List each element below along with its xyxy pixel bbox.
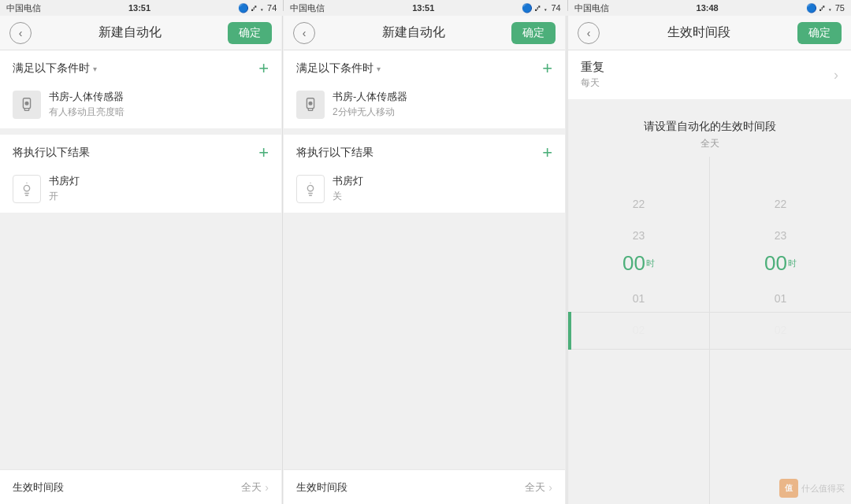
selected-hour-start: 00 <box>622 251 645 276</box>
svg-point-1 <box>25 102 28 105</box>
repeat-row[interactable]: 重复 每天 › <box>568 50 851 99</box>
add-result-2[interactable]: + <box>542 144 552 161</box>
status-middle: 中国电信 13:51 🔵 ⑇ ▾ 74 <box>284 0 567 16</box>
svg-point-3 <box>309 102 312 105</box>
time-info-title: 请设置自动化的生效时间段 <box>568 120 851 134</box>
result-label-2: 将执行以下结果 <box>296 146 373 160</box>
icons-right: 🔵 ⑇ ▾ 75 <box>806 3 845 13</box>
condition-row-2-0[interactable]: 书房-人体传感器 2分钟无人移动 <box>284 83 565 128</box>
watermark-text: 什么值得买 <box>801 483 845 495</box>
bottom-bar-2[interactable]: 生效时间段 全天 › <box>284 469 565 504</box>
add-result-1[interactable]: + <box>258 144 269 161</box>
time-item-00-start[interactable]: 00 时 <box>568 251 709 283</box>
selected-hour-end: 00 <box>764 251 787 276</box>
result-state-1-0: 开 <box>49 190 269 203</box>
bottom-right-1: 全天 › <box>241 480 269 495</box>
add-condition-2[interactable]: + <box>542 60 552 77</box>
watermark-icon: 值 <box>779 479 798 498</box>
confirm-button-1[interactable]: 确定 <box>228 22 272 44</box>
status-left: 中国电信 13:51 🔵 ⑇ ▾ 74 <box>0 0 283 16</box>
time-item-02-start[interactable]: 02 <box>568 314 709 346</box>
time-item-22-start[interactable]: 22 <box>568 188 709 220</box>
condition-label-2: 满足以下条件时 ▾ <box>296 61 381 76</box>
condition-info-1-0: 书房-人体传感器 有人移动且亮度暗 <box>49 90 269 119</box>
condition-section-1: 满足以下条件时 ▾ + 书房-人体传感器 <box>0 50 281 128</box>
repeat-title: 重复 <box>581 60 604 75</box>
device-state-1-0: 有人移动且亮度暗 <box>49 106 269 119</box>
nav-bar-2: ‹ 新建自动化 确定 <box>284 16 565 50</box>
bottom-chevron-2: › <box>548 481 552 494</box>
time-info: 请设置自动化的生效时间段 全天 <box>568 106 851 157</box>
unit-end: 时 <box>788 258 797 269</box>
time-item-23-end[interactable]: 23 <box>710 220 851 251</box>
result-name-2-0: 书房灯 <box>333 174 552 188</box>
condition-header-1: 满足以下条件时 ▾ + <box>0 50 281 83</box>
repeat-subtitle: 每天 <box>581 76 604 90</box>
result-name-1-0: 书房灯 <box>49 174 269 188</box>
back-button-3[interactable]: ‹ <box>578 22 600 44</box>
time-item-01-start[interactable]: 01 <box>568 283 709 314</box>
time-item-22-end[interactable]: 22 <box>710 188 851 220</box>
condition-info-2-0: 书房-人体传感器 2分钟无人移动 <box>333 90 552 119</box>
condition-label-1: 满足以下条件时 ▾ <box>13 61 97 76</box>
time-items-end: 22 23 00 时 01 02 <box>710 157 851 377</box>
time-item-01-end[interactable]: 01 <box>710 283 851 314</box>
result-header-1: 将执行以下结果 + <box>0 135 281 168</box>
condition-dropdown-2[interactable]: ▾ <box>377 65 381 73</box>
bottom-label-1: 生效时间段 <box>13 480 64 495</box>
watermark: 值 什么值得买 <box>779 479 845 498</box>
sensor-icon-1 <box>13 91 41 119</box>
add-condition-1[interactable]: + <box>258 60 269 77</box>
condition-dropdown-1[interactable]: ▾ <box>93 65 97 73</box>
icons-middle: 🔵 ⑇ ▾ 74 <box>522 3 560 13</box>
carrier-middle: 中国电信 <box>290 2 325 14</box>
unit-start: 时 <box>646 258 655 269</box>
time-picker: 22 23 00 时 01 02 2 <box>568 157 851 504</box>
time-col-start[interactable]: 22 23 00 时 01 02 <box>568 157 709 504</box>
panel-1-content: 满足以下条件时 ▾ + 书房-人体传感器 <box>0 50 281 469</box>
status-bar: 中国电信 13:51 🔵 ⑇ ▾ 74 中国电信 13:51 🔵 ⑇ ▾ 74 … <box>0 0 851 16</box>
time-middle: 13:51 <box>412 3 434 13</box>
panel-divider-1 <box>282 16 283 504</box>
result-info-2-0: 书房灯 关 <box>333 174 552 203</box>
bottom-right-2: 全天 › <box>525 480 552 495</box>
nav-title-1: 新建自动化 <box>98 24 162 41</box>
confirm-button-2[interactable]: 确定 <box>511 22 556 44</box>
bottom-label-2: 生效时间段 <box>296 480 347 495</box>
time-item-02-end[interactable]: 02 <box>710 314 851 346</box>
result-row-1-0[interactable]: 书房灯 开 <box>0 168 281 213</box>
light-icon-2 <box>296 175 325 203</box>
back-button-1[interactable]: ‹ <box>9 22 32 44</box>
icons-left: 🔵 ⑇ ▾ 74 <box>238 3 277 13</box>
carrier-left: 中国电信 <box>6 2 41 14</box>
result-header-2: 将执行以下结果 + <box>284 135 565 168</box>
result-section-1: 将执行以下结果 + 书房灯 开 <box>0 135 281 213</box>
repeat-left: 重复 每天 <box>581 60 604 90</box>
panel-3: ‹ 生效时间段 确定 重复 每天 › 请设置自动化的生效时间段 全天 <box>567 16 851 504</box>
confirm-button-3[interactable]: 确定 <box>797 22 842 44</box>
nav-bar-1: ‹ 新建自动化 确定 <box>0 16 281 50</box>
result-info-1-0: 书房灯 开 <box>49 174 269 203</box>
repeat-chevron-icon: › <box>834 67 838 83</box>
time-item-23-start[interactable]: 23 <box>568 220 709 251</box>
time-info-sub: 全天 <box>568 137 851 150</box>
status-right: 中国电信 13:48 🔵 ⑇ ▾ 75 <box>568 0 851 16</box>
bottom-value-1: 全天 <box>241 480 262 495</box>
result-row-2-0[interactable]: 书房灯 关 <box>284 168 565 213</box>
bottom-bar-1[interactable]: 生效时间段 全天 › <box>0 469 281 504</box>
condition-header-2: 满足以下条件时 ▾ + <box>284 50 565 83</box>
bottom-chevron-1: › <box>265 481 269 494</box>
sensor-icon-2 <box>296 91 325 119</box>
back-button-2[interactable]: ‹ <box>293 22 315 44</box>
main-panels: ‹ 新建自动化 确定 满足以下条件时 ▾ + <box>0 16 851 504</box>
nav-bar-3: ‹ 生效时间段 确定 <box>568 16 851 50</box>
device-name-1-0: 书房-人体传感器 <box>49 90 269 104</box>
device-state-2-0: 2分钟无人移动 <box>333 106 552 119</box>
time-left: 13:51 <box>128 3 151 13</box>
time-item-00-end[interactable]: 00 时 <box>710 251 851 283</box>
condition-section-2: 满足以下条件时 ▾ + 书房-人体传感器 <box>284 50 565 128</box>
condition-row-1-0[interactable]: 书房-人体传感器 有人移动且亮度暗 <box>0 83 281 128</box>
carrier-right: 中国电信 <box>574 2 609 14</box>
time-col-end[interactable]: 22 23 00 时 01 02 <box>710 157 851 504</box>
panel-2: ‹ 新建自动化 确定 满足以下条件时 ▾ + <box>284 16 565 504</box>
